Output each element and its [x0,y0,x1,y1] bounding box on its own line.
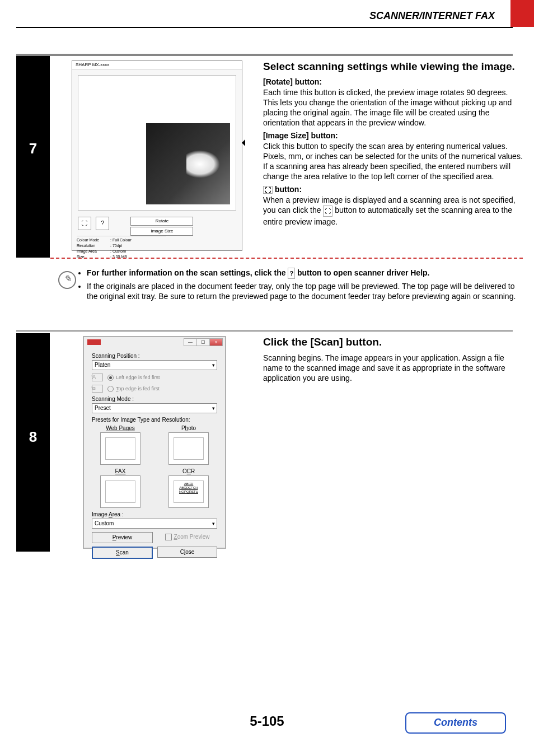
step7-text: Select scanning settings while viewing t… [263,60,523,228]
step8-screenshot: —▢x Scanning Position : Platen ALeft edg… [83,336,226,549]
scanning-position-label: Scanning Position : [92,353,217,359]
maximize-button[interactable]: ▢ [196,338,210,346]
header-rule [16,27,513,28]
rotate-button-label: [Rotate] button: [263,77,523,86]
collapse-arrow-icon [242,139,245,146]
mid-rule [16,330,513,332]
rotate-button-body: Each time this button is clicked, the pr… [263,87,523,128]
checkbox-icon [165,534,172,540]
image-size-button[interactable]: Image Size [130,227,193,236]
preset-ocr[interactable]: OCRABCDABCDEFGHNOPQRSTU [160,468,217,508]
auto-area-icon: ⛶ [82,220,87,226]
step-number-8: 8 [16,333,50,552]
feed-top-radio[interactable]: ⧈Top edge is fed first [92,385,217,393]
content-rule [16,54,513,56]
header: SCANNER/INTERNET FAX [16,0,534,27]
preset-fax-icon [100,475,140,508]
preset-web-icon [100,432,140,465]
help-button[interactable]: ? [96,217,109,230]
contents-button[interactable]: Contents [405,712,506,734]
note-bullet-1: For further information on the scan sett… [87,268,523,279]
red-tab [510,0,534,27]
step7-heading: Select scanning settings while viewing t… [263,60,523,73]
note-box: For further information on the scan sett… [53,268,523,304]
preview-button[interactable]: Preview [92,532,153,543]
rotate-button[interactable]: Rotate [130,217,193,226]
radio-icon [107,375,114,381]
zoom-preview-checkbox[interactable]: Zoom Preview [157,532,217,543]
preset-fax[interactable]: FAX [92,468,149,508]
presets-label: Presets for Image Type and Resolution: [92,417,217,423]
step8-heading: Click the [Scan] button. [263,336,523,348]
note-bullet-2: If the originals are placed in the docum… [87,281,523,301]
minimize-button[interactable]: — [184,338,197,346]
step7-screenshot: SHARP MX-xxxx ⛶ ? Rotate Image Size Colo… [72,60,242,251]
close-window-button[interactable]: x [209,338,223,346]
image-area-label: Image Area : [92,511,217,517]
preset-web[interactable]: Web Pages [92,425,149,465]
step8-body: Scanning begins. The image appears in yo… [263,353,523,383]
auto-button-body: When a preview image is displayed and a … [263,195,523,226]
dashed-separator [50,258,523,259]
scanning-position-select[interactable]: Platen [92,360,217,370]
step8-text: Click the [Scan] button. Scanning begins… [263,336,523,384]
scan-button[interactable]: Scan [92,547,153,559]
step-number-7: 7 [16,56,50,258]
preset-ocr-icon: ABCDABCDEFGHNOPQRSTU [168,475,209,508]
scanning-mode-label: Scanning Mode : [92,396,217,402]
close-button[interactable]: Close [157,547,217,558]
orient-landscape-icon: ⧈ [92,385,103,393]
auto-area-button[interactable]: ⛶ [78,217,91,230]
window-buttons: —▢x [184,338,223,346]
dialog-body: Scanning Position : Platen ALeft edge is… [92,349,217,542]
preview-area [78,75,236,211]
screenshot-info: Colour Mode: Full Colour Resolution: 75d… [77,236,166,260]
preview-image [146,123,230,204]
preset-photo-icon [168,432,209,465]
presets-grid: Web Pages Photo FAX OCRABCDABCDEFGHNOPQR… [92,425,217,508]
preset-photo[interactable]: Photo [160,425,217,465]
image-size-button-label: [Image Size] button: [263,131,523,140]
help-icon: ? [288,268,295,279]
feed-left-radio[interactable]: ALeft edge is fed first [92,374,217,381]
auto-button-label: ⛶ button: [263,185,523,194]
section-title: SCANNER/INTERNET FAX [369,10,495,22]
radio-icon [107,386,114,392]
image-size-button-body: Click this button to specify the scan ar… [263,141,523,181]
scanning-mode-select[interactable]: Preset [92,403,217,413]
page: SCANNER/INTERNET FAX 7 SHARP MX-xxxx ⛶ ?… [0,0,534,756]
dialog-title-icon [87,339,101,345]
help-icon: ? [101,220,104,226]
screenshot-titlebar: SHARP MX-xxxx [72,61,242,69]
orient-portrait-icon: A [92,374,103,381]
auto-area-icon: ⛶ [263,186,273,194]
image-area-select[interactable]: Custom [92,519,217,529]
auto-area-icon: ⛶ [323,206,332,217]
